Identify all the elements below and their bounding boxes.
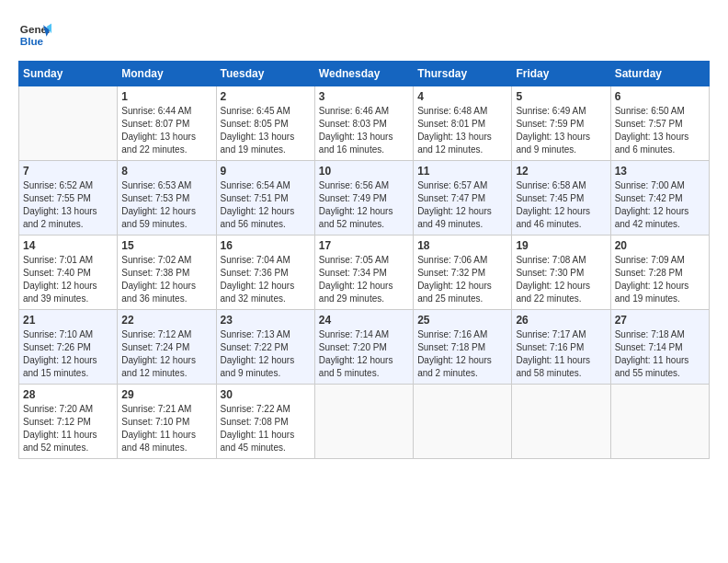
day-info: Sunrise: 7:14 AM Sunset: 7:20 PM Dayligh…	[319, 328, 409, 380]
day-info: Sunrise: 6:57 AM Sunset: 7:47 PM Dayligh…	[417, 179, 507, 231]
calendar-cell: 18Sunrise: 7:06 AM Sunset: 7:32 PM Dayli…	[414, 236, 512, 310]
calendar-week-row: 1Sunrise: 6:44 AM Sunset: 8:07 PM Daylig…	[19, 86, 710, 161]
calendar-cell: 12Sunrise: 6:58 AM Sunset: 7:45 PM Dayli…	[512, 161, 610, 236]
day-info: Sunrise: 7:22 AM Sunset: 7:08 PM Dayligh…	[221, 403, 311, 454]
calendar-cell: 2Sunrise: 6:45 AM Sunset: 8:05 PM Daylig…	[216, 86, 314, 161]
day-info: Sunrise: 6:48 AM Sunset: 8:01 PM Dayligh…	[417, 105, 507, 156]
logo: General Blue	[18, 18, 55, 52]
calendar: SundayMondayTuesdayWednesdayThursdayFrid…	[18, 61, 710, 459]
day-number: 3	[319, 90, 409, 103]
day-number: 10	[319, 165, 409, 178]
day-info: Sunrise: 7:10 AM Sunset: 7:26 PM Dayligh…	[23, 328, 113, 380]
calendar-cell: 23Sunrise: 7:13 AM Sunset: 7:22 PM Dayli…	[216, 310, 314, 385]
calendar-cell: 7Sunrise: 6:52 AM Sunset: 7:55 PM Daylig…	[19, 161, 118, 236]
calendar-cell: 1Sunrise: 6:44 AM Sunset: 8:07 PM Daylig…	[118, 86, 216, 161]
day-info: Sunrise: 7:17 AM Sunset: 7:16 PM Dayligh…	[516, 328, 606, 380]
day-info: Sunrise: 6:56 AM Sunset: 7:49 PM Dayligh…	[319, 179, 409, 231]
calendar-cell: 21Sunrise: 7:10 AM Sunset: 7:26 PM Dayli…	[19, 310, 118, 385]
day-number: 16	[221, 239, 311, 252]
calendar-cell: 29Sunrise: 7:21 AM Sunset: 7:10 PM Dayli…	[118, 385, 216, 459]
day-number: 14	[23, 239, 113, 252]
calendar-cell: 17Sunrise: 7:05 AM Sunset: 7:34 PM Dayli…	[314, 236, 413, 310]
day-number: 1	[121, 90, 211, 103]
day-number: 17	[319, 239, 409, 252]
calendar-cell: 25Sunrise: 7:16 AM Sunset: 7:18 PM Dayli…	[414, 310, 512, 385]
day-number: 19	[516, 239, 606, 252]
day-number: 27	[615, 314, 705, 327]
calendar-week-row: 7Sunrise: 6:52 AM Sunset: 7:55 PM Daylig…	[19, 161, 710, 236]
day-number: 2	[221, 90, 311, 103]
calendar-cell: 19Sunrise: 7:08 AM Sunset: 7:30 PM Dayli…	[512, 236, 610, 310]
day-number: 11	[417, 165, 507, 178]
day-number: 7	[23, 165, 113, 178]
day-info: Sunrise: 7:08 AM Sunset: 7:30 PM Dayligh…	[516, 254, 606, 305]
day-number: 6	[615, 90, 705, 103]
page-header: General Blue	[18, 18, 710, 52]
day-info: Sunrise: 6:58 AM Sunset: 7:45 PM Dayligh…	[516, 179, 606, 231]
weekday-header-row: SundayMondayTuesdayWednesdayThursdayFrid…	[19, 62, 710, 86]
day-number: 4	[417, 90, 507, 103]
day-number: 22	[121, 314, 211, 327]
day-number: 20	[615, 239, 705, 252]
weekday-header: Saturday	[610, 62, 709, 86]
calendar-cell: 24Sunrise: 7:14 AM Sunset: 7:20 PM Dayli…	[314, 310, 413, 385]
calendar-cell	[314, 385, 413, 459]
day-info: Sunrise: 7:00 AM Sunset: 7:42 PM Dayligh…	[615, 179, 705, 231]
calendar-week-row: 21Sunrise: 7:10 AM Sunset: 7:26 PM Dayli…	[19, 310, 710, 385]
calendar-week-row: 28Sunrise: 7:20 AM Sunset: 7:12 PM Dayli…	[19, 385, 710, 459]
calendar-cell: 16Sunrise: 7:04 AM Sunset: 7:36 PM Dayli…	[216, 236, 314, 310]
svg-text:Blue: Blue	[20, 35, 44, 47]
calendar-cell: 3Sunrise: 6:46 AM Sunset: 8:03 PM Daylig…	[314, 86, 413, 161]
day-number: 15	[121, 239, 211, 252]
day-number: 25	[417, 314, 507, 327]
calendar-cell: 27Sunrise: 7:18 AM Sunset: 7:14 PM Dayli…	[610, 310, 709, 385]
weekday-header: Sunday	[19, 62, 118, 86]
day-info: Sunrise: 6:54 AM Sunset: 7:51 PM Dayligh…	[221, 179, 311, 231]
day-info: Sunrise: 7:13 AM Sunset: 7:22 PM Dayligh…	[221, 328, 311, 380]
calendar-cell: 26Sunrise: 7:17 AM Sunset: 7:16 PM Dayli…	[512, 310, 610, 385]
weekday-header: Friday	[512, 62, 610, 86]
day-number: 21	[23, 314, 113, 327]
day-info: Sunrise: 7:12 AM Sunset: 7:24 PM Dayligh…	[121, 328, 211, 380]
day-number: 26	[516, 314, 606, 327]
day-number: 9	[221, 165, 311, 178]
calendar-cell: 14Sunrise: 7:01 AM Sunset: 7:40 PM Dayli…	[19, 236, 118, 310]
day-number: 8	[121, 165, 211, 178]
day-number: 13	[615, 165, 705, 178]
day-number: 24	[319, 314, 409, 327]
day-info: Sunrise: 7:09 AM Sunset: 7:28 PM Dayligh…	[615, 254, 705, 305]
calendar-cell	[19, 86, 118, 161]
day-number: 23	[221, 314, 311, 327]
day-info: Sunrise: 6:46 AM Sunset: 8:03 PM Dayligh…	[319, 105, 409, 156]
day-info: Sunrise: 7:16 AM Sunset: 7:18 PM Dayligh…	[417, 328, 507, 380]
calendar-week-row: 14Sunrise: 7:01 AM Sunset: 7:40 PM Dayli…	[19, 236, 710, 310]
calendar-cell: 5Sunrise: 6:49 AM Sunset: 7:59 PM Daylig…	[512, 86, 610, 161]
day-number: 30	[221, 388, 311, 401]
calendar-cell: 13Sunrise: 7:00 AM Sunset: 7:42 PM Dayli…	[610, 161, 709, 236]
calendar-cell: 30Sunrise: 7:22 AM Sunset: 7:08 PM Dayli…	[216, 385, 314, 459]
weekday-header: Monday	[118, 62, 216, 86]
calendar-cell	[414, 385, 512, 459]
day-info: Sunrise: 6:53 AM Sunset: 7:53 PM Dayligh…	[121, 179, 211, 231]
calendar-cell: 10Sunrise: 6:56 AM Sunset: 7:49 PM Dayli…	[314, 161, 413, 236]
day-info: Sunrise: 7:21 AM Sunset: 7:10 PM Dayligh…	[121, 403, 211, 454]
day-info: Sunrise: 6:49 AM Sunset: 7:59 PM Dayligh…	[516, 105, 606, 156]
day-number: 12	[516, 165, 606, 178]
day-info: Sunrise: 7:06 AM Sunset: 7:32 PM Dayligh…	[417, 254, 507, 305]
weekday-header: Wednesday	[314, 62, 413, 86]
calendar-cell	[512, 385, 610, 459]
day-info: Sunrise: 7:04 AM Sunset: 7:36 PM Dayligh…	[221, 254, 311, 305]
day-info: Sunrise: 6:44 AM Sunset: 8:07 PM Dayligh…	[121, 105, 211, 156]
day-number: 18	[417, 239, 507, 252]
day-info: Sunrise: 7:18 AM Sunset: 7:14 PM Dayligh…	[615, 328, 705, 380]
calendar-cell: 8Sunrise: 6:53 AM Sunset: 7:53 PM Daylig…	[118, 161, 216, 236]
calendar-cell	[610, 385, 709, 459]
calendar-cell: 15Sunrise: 7:02 AM Sunset: 7:38 PM Dayli…	[118, 236, 216, 310]
day-number: 28	[23, 388, 113, 401]
calendar-cell: 22Sunrise: 7:12 AM Sunset: 7:24 PM Dayli…	[118, 310, 216, 385]
weekday-header: Thursday	[414, 62, 512, 86]
calendar-cell: 6Sunrise: 6:50 AM Sunset: 7:57 PM Daylig…	[610, 86, 709, 161]
day-number: 5	[516, 90, 606, 103]
weekday-header: Tuesday	[216, 62, 314, 86]
calendar-cell: 11Sunrise: 6:57 AM Sunset: 7:47 PM Dayli…	[414, 161, 512, 236]
